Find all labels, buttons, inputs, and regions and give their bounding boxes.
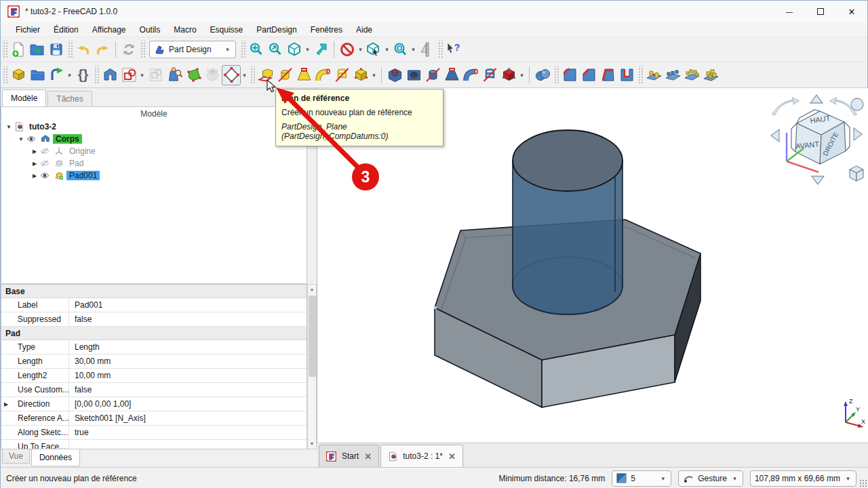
expander-open-icon[interactable]: ▼ — [18, 136, 24, 142]
polar-pattern-button[interactable] — [682, 65, 701, 85]
new-document-button[interactable] — [9, 39, 28, 60]
menu-affichage[interactable]: Affichage — [85, 24, 133, 36]
create-body-button[interactable] — [100, 65, 119, 85]
refresh-button[interactable] — [119, 39, 138, 60]
mdi-tab-document-label[interactable]: tuto3-2 : 1* — [403, 451, 443, 461]
undo-button[interactable] — [74, 39, 93, 60]
expander-closed-icon[interactable]: ▶ — [31, 161, 38, 167]
toolbar-grip[interactable] — [94, 66, 99, 84]
save-button[interactable] — [47, 39, 66, 60]
detail-level-selector[interactable]: 5 — [612, 470, 671, 487]
tree-item-origin[interactable]: ▶ Origine — [1, 145, 307, 157]
expression-button[interactable]: {} — [73, 65, 92, 85]
expander-closed-icon[interactable]: ▶ — [31, 173, 38, 179]
dimension-selector[interactable]: 107,89 mm x 69,66 mm — [750, 470, 856, 487]
navigation-cube[interactable]: HAUT AVANT DROITE — [768, 94, 865, 187]
toolbar-grip[interactable] — [437, 41, 443, 58]
tree-item-document[interactable]: ▼ tuto3-2 — [1, 121, 307, 133]
box-element-selection-button[interactable] — [364, 39, 383, 60]
scrollbar-thumb[interactable] — [309, 296, 316, 377]
menu-macro[interactable]: Macro — [167, 24, 203, 36]
tree-label-pad[interactable]: Pad — [66, 159, 86, 168]
menu-aide[interactable]: Aide — [349, 24, 379, 36]
scroll-up-arrow-icon[interactable]: ▲ — [308, 285, 316, 294]
boolean-button[interactable] — [533, 65, 552, 85]
whats-this-button[interactable]: ? — [444, 39, 463, 60]
create-sketch-dropdown-arrow[interactable] — [138, 65, 146, 85]
close-button[interactable] — [836, 1, 867, 22]
subtractive-loft-button[interactable] — [442, 65, 461, 85]
toolbar-grip[interactable] — [637, 66, 643, 84]
groove-button[interactable] — [423, 65, 442, 85]
menu-edition[interactable]: Édition — [47, 24, 85, 36]
additive-primitive-button[interactable] — [351, 65, 370, 85]
link-make-button[interactable] — [47, 65, 66, 85]
maximize-button[interactable] — [805, 1, 836, 22]
tab-donnees[interactable]: Données — [31, 449, 80, 466]
tab-close-icon[interactable] — [448, 451, 456, 462]
datum-plane-button[interactable] — [222, 65, 241, 85]
menu-esquisse[interactable]: Esquisse — [203, 24, 250, 36]
mirrored-button[interactable] — [644, 65, 663, 85]
mdi-tab-document[interactable]: tuto3-2 : 1* — [380, 445, 463, 467]
property-group-base[interactable]: Base — [1, 285, 307, 298]
additive-loft-button[interactable] — [294, 65, 313, 85]
property-row-suppressed[interactable]: Suppressedfalse — [1, 312, 307, 327]
toolbar-grip[interactable] — [553, 66, 559, 84]
property-row-reference-axis[interactable]: Reference A...Sketch001 [N_Axis] — [1, 411, 307, 426]
toolbar-grip[interactable] — [240, 41, 245, 58]
part-button[interactable] — [9, 65, 28, 85]
measure-button[interactable] — [417, 39, 436, 60]
mdi-tab-start-label[interactable]: Start — [342, 451, 359, 461]
tree-item-body[interactable]: ▼ Corps — [1, 133, 307, 145]
property-scrollbar[interactable]: ▲ ▼ — [307, 284, 317, 449]
tree-label-pad001[interactable]: Pad001 — [66, 171, 100, 180]
menu-partdesign[interactable]: PartDesign — [250, 24, 303, 36]
property-group-pad[interactable]: Pad — [1, 327, 307, 340]
menu-fenetres[interactable]: Fenêtres — [304, 24, 349, 36]
create-sketch-button[interactable] — [119, 65, 138, 85]
navigation-style-dropdown-arrow[interactable] — [731, 471, 738, 486]
workbench-selector[interactable]: Part Design — [149, 41, 236, 58]
link-dropdown-arrow[interactable] — [66, 65, 73, 85]
additive-pipe-button[interactable] — [313, 65, 332, 85]
subtractive-primitive-dropdown-arrow[interactable] — [518, 65, 526, 85]
workbench-dropdown-arrow[interactable] — [224, 41, 231, 58]
tree-label-body[interactable]: Corps — [53, 134, 82, 144]
linear-pattern-button[interactable] — [663, 65, 682, 85]
property-row-along-sketch[interactable]: Along Sketc...true — [1, 426, 307, 440]
map-sketch-to-face-button[interactable] — [184, 65, 203, 85]
dimension-dropdown-arrow[interactable] — [844, 471, 852, 486]
sync-view-button[interactable] — [311, 39, 330, 60]
property-row-use-custom[interactable]: Use Custom...false — [1, 383, 307, 397]
tree-label-origin[interactable]: Origine — [66, 146, 98, 156]
edit-sketch-button[interactable] — [146, 65, 165, 85]
tree-item-pad001[interactable]: ▶ Pad001 — [1, 169, 307, 182]
subtractive-pipe-button[interactable] — [461, 65, 480, 85]
mdi-tab-start[interactable]: Start — [319, 445, 379, 467]
axonometric-dropdown-arrow[interactable] — [304, 39, 311, 60]
pocket-button[interactable] — [385, 65, 404, 85]
visibility-hidden-icon[interactable] — [39, 159, 50, 168]
property-row-up-to-face[interactable]: Up To Face... — [1, 440, 307, 449]
draw-style-dropdown-arrow[interactable] — [357, 39, 364, 60]
box-zoom-dropdown-arrow[interactable] — [410, 39, 417, 60]
expander-closed-icon[interactable]: ▶ — [31, 148, 38, 155]
property-row-type[interactable]: TypeLength — [1, 340, 307, 354]
menu-outils[interactable]: Outils — [133, 24, 167, 36]
toolbar-grip[interactable] — [67, 41, 73, 58]
visibility-hidden-icon[interactable] — [39, 146, 50, 156]
window-resize-grip[interactable] — [859, 479, 867, 487]
fit-selection-button[interactable] — [266, 39, 285, 60]
axonometric-view-button[interactable] — [285, 39, 304, 60]
tab-modele[interactable]: Modèle — [2, 89, 46, 106]
tab-vue[interactable]: Vue — [2, 449, 30, 464]
draw-style-button[interactable] — [338, 39, 357, 60]
box-zoom-button[interactable] — [391, 39, 410, 60]
toolbar-grip[interactable] — [140, 41, 145, 58]
hole-button[interactable] — [404, 65, 423, 85]
minimize-button[interactable] — [774, 1, 805, 22]
shape-binder-button[interactable] — [203, 65, 222, 85]
expander-closed-icon[interactable]: ▶ — [1, 397, 11, 411]
property-row-length2[interactable]: Length210,00 mm — [1, 369, 307, 383]
